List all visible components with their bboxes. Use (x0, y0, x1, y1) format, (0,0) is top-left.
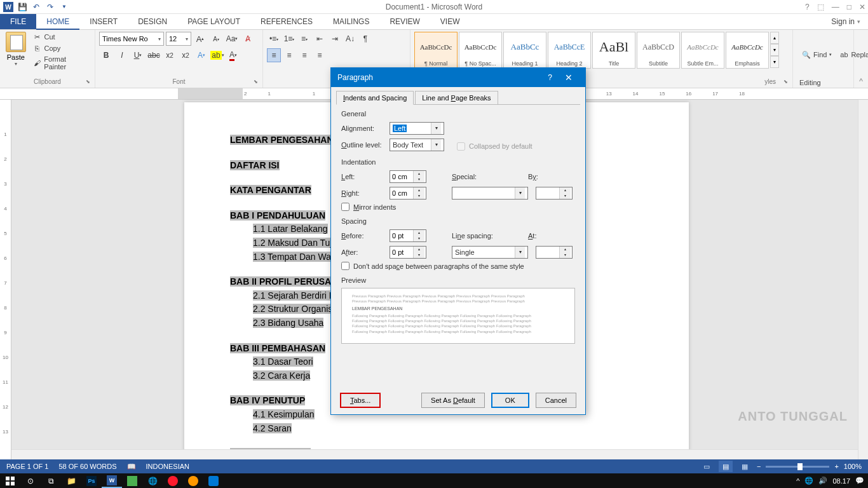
collapse-ribbon-icon[interactable]: ^ (859, 77, 863, 86)
font-name-combo[interactable]: Times New Ro▾ (99, 32, 164, 46)
maximize-icon[interactable]: □ (847, 3, 851, 11)
style-subtitle[interactable]: AaBbCcDSubtitle (637, 32, 680, 69)
task-view-icon[interactable]: ⧉ (41, 473, 61, 488)
italic-button[interactable]: I (115, 48, 129, 62)
decrease-indent-button[interactable]: ⇤ (313, 32, 327, 46)
multilevel-list-button[interactable]: ≡▾ (297, 32, 311, 46)
align-right-button[interactable]: ≡ (297, 48, 311, 62)
tray-icon[interactable]: 🌐 (804, 477, 813, 485)
word-taskbar-icon[interactable]: W (102, 473, 122, 488)
tabs-button[interactable]: Tabs... (340, 393, 381, 408)
tab-insert[interactable]: INSERT (79, 14, 128, 29)
tab-home[interactable]: HOME (36, 14, 79, 30)
alignment-select[interactable]: Left▾ (390, 122, 444, 135)
outline-select[interactable]: Body Text▾ (390, 139, 444, 151)
save-icon[interactable]: 💾 (17, 1, 28, 13)
subscript-button[interactable]: x2 (163, 48, 177, 62)
indent-left-spinner[interactable]: ▴▾ (390, 170, 426, 183)
clear-formatting-button[interactable]: A̷ (241, 32, 255, 46)
vertical-ruler[interactable]: 12345678910111213 (0, 100, 11, 459)
grow-font-button[interactable]: A▴ (193, 32, 207, 46)
copy-button[interactable]: ⎘Copy (32, 43, 92, 53)
horizontal-scrollbar[interactable] (11, 449, 858, 459)
text-effects-button[interactable]: A▾ (194, 48, 208, 62)
tab-file[interactable]: FILE (0, 14, 36, 29)
bullets-button[interactable]: •≡▾ (267, 32, 281, 46)
sign-in[interactable]: Sign in▾ (824, 14, 868, 29)
clock[interactable]: 08.17 (832, 477, 850, 485)
find-button[interactable]: 🔍Find ▾ (799, 49, 834, 60)
file-explorer-icon[interactable]: 📁 (61, 473, 81, 488)
minimize-icon[interactable]: — (832, 3, 839, 11)
underline-button[interactable]: U▾ (131, 48, 145, 62)
font-size-combo[interactable]: 12▾ (166, 32, 191, 46)
by-spinner[interactable]: ▴▾ (536, 187, 573, 200)
photoshop-icon[interactable]: Ps (81, 473, 102, 488)
app-icon-2[interactable] (183, 473, 203, 488)
style-title[interactable]: AaBlTitle (592, 32, 635, 69)
after-spinner[interactable]: ▴▾ (390, 246, 426, 259)
dialog-help-icon[interactable]: ? (541, 73, 559, 82)
styles-launcher-icon[interactable]: ⬊ (783, 79, 791, 86)
font-launcher-icon[interactable]: ⬊ (254, 79, 261, 86)
style-normal[interactable]: AaBbCcDc¶ Normal (414, 32, 458, 69)
cancel-button[interactable]: Cancel (536, 393, 576, 408)
styles-scroll-down-icon[interactable]: ▾ (770, 44, 779, 56)
close-icon[interactable]: ✕ (859, 3, 865, 11)
chrome-icon[interactable]: 🌐 (142, 473, 163, 488)
style-subtle-emphasis[interactable]: AaBbCcDcSubtle Em... (681, 32, 724, 69)
zoom-out-icon[interactable]: − (757, 463, 761, 470)
read-mode-icon[interactable]: ▭ (700, 461, 714, 472)
style-no-spacing[interactable]: AaBbCcDc¶ No Spac... (459, 32, 502, 69)
tab-view[interactable]: VIEW (430, 14, 470, 29)
cut-button[interactable]: ✂Cut (32, 32, 92, 42)
redo-icon[interactable]: ↷ (44, 1, 56, 13)
undo-icon[interactable]: ↶ (31, 1, 42, 13)
set-default-button[interactable]: Set As Default (421, 393, 485, 408)
proofing-icon[interactable]: 📖 (127, 463, 136, 471)
edge-icon[interactable] (203, 473, 224, 488)
increase-indent-button[interactable]: ⇥ (328, 32, 342, 46)
strikethrough-button[interactable]: abc (147, 48, 161, 62)
align-center-button[interactable]: ≡ (282, 48, 296, 62)
format-painter-button[interactable]: 🖌Format Painter (32, 55, 92, 71)
styles-scroll-up-icon[interactable]: ▴ (770, 32, 779, 44)
tab-page-layout[interactable]: PAGE LAYOUT (177, 14, 250, 29)
word-count[interactable]: 58 OF 60 WORDS (58, 463, 116, 470)
ribbon-options-icon[interactable]: ⬚ (817, 3, 824, 11)
bold-button[interactable]: B (99, 48, 113, 62)
font-color-button[interactable]: A▾ (226, 48, 240, 62)
print-layout-icon[interactable]: ▤ (719, 461, 733, 472)
sort-button[interactable]: A↓ (343, 32, 357, 46)
justify-button[interactable]: ≡ (313, 48, 327, 62)
highlight-button[interactable]: ab▾ (210, 48, 224, 62)
dialog-tab-linebreaks[interactable]: Line and Page Breaks (415, 91, 498, 105)
search-icon[interactable]: ⊙ (20, 473, 41, 488)
special-select[interactable]: ▾ (452, 187, 528, 200)
numbering-button[interactable]: 1≡▾ (282, 32, 296, 46)
before-spinner[interactable]: ▴▾ (390, 229, 426, 242)
vertical-scrollbar[interactable] (858, 100, 868, 459)
tab-review[interactable]: REVIEW (379, 14, 430, 29)
app-icon[interactable] (122, 473, 142, 488)
notifications-icon[interactable]: 💬 (855, 477, 864, 485)
dialog-titlebar[interactable]: Paragraph ? ✕ (331, 68, 585, 87)
opera-icon[interactable] (163, 473, 183, 488)
superscript-button[interactable]: x2 (179, 48, 193, 62)
start-button[interactable] (0, 473, 20, 488)
style-heading1[interactable]: AaBbCcHeading 1 (503, 32, 546, 69)
qat-dropdown-icon[interactable]: ▼ (58, 1, 70, 13)
style-heading2[interactable]: AaBbCcEHeading 2 (548, 32, 591, 69)
mirror-indents-checkbox[interactable] (341, 203, 349, 211)
zoom-in-icon[interactable]: + (834, 463, 838, 470)
shrink-font-button[interactable]: A▾ (209, 32, 223, 46)
tray-expand-icon[interactable]: ^ (796, 477, 799, 485)
paste-button[interactable]: Paste ▾ (4, 32, 28, 78)
web-layout-icon[interactable]: ▦ (738, 461, 752, 472)
ok-button[interactable]: OK (491, 393, 529, 408)
help-icon[interactable]: ? (805, 3, 810, 11)
at-spinner[interactable]: ▴▾ (536, 246, 573, 259)
language-indicator[interactable]: INDONESIAN (146, 463, 189, 470)
align-left-button[interactable]: ≡ (267, 48, 281, 62)
zoom-level[interactable]: 100% (844, 463, 862, 470)
